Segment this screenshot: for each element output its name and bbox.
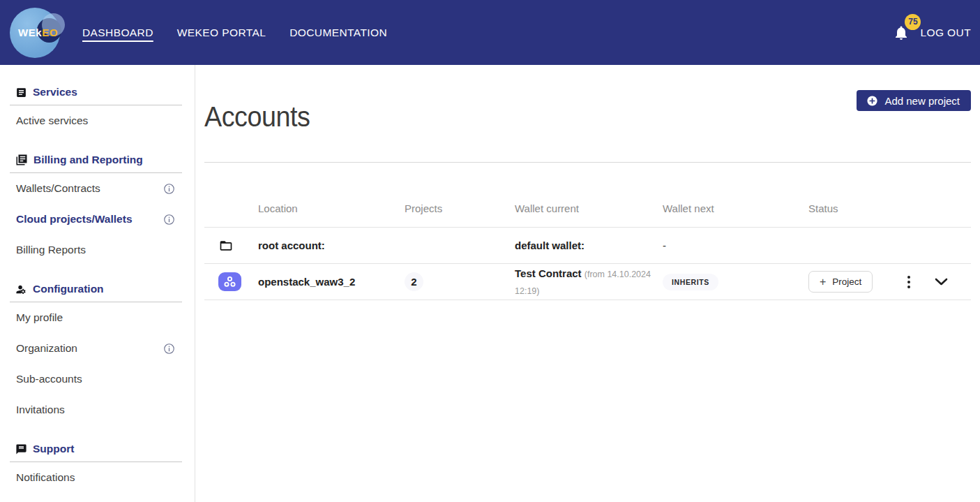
logo-wordmark: WEkEO	[18, 26, 58, 38]
section-title: Services	[33, 86, 77, 98]
table-row-openstack-waw3-2[interactable]: openstack_waw3_2 2 Test Contract (from 1…	[204, 264, 971, 300]
page-header: Accounts Add new project	[204, 82, 971, 153]
page-title: Accounts	[204, 101, 310, 133]
cell-location: openstack_waw3_2	[258, 276, 405, 288]
sidebar-section-configuration: Configuration My profile Organization Su…	[0, 283, 195, 425]
col-header-wallet-next: Wallet next	[663, 202, 806, 214]
inherits-badge: INHERITS	[663, 274, 718, 290]
chat-icon	[15, 443, 27, 455]
sidebar-item-invitations[interactable]: Invitations	[0, 394, 195, 425]
header-spacer	[204, 202, 258, 214]
cell-wallet-current: Test Contract (from 14.10.2024 12:19)	[515, 265, 663, 298]
row-menu-kebab-icon[interactable]	[905, 273, 913, 291]
configuration-section-header: Configuration	[0, 283, 195, 295]
col-header-wallet-current: Wallet current	[515, 202, 663, 214]
notifications-bell-button[interactable]: 75	[893, 24, 910, 42]
sidebar-item-notifications[interactable]: Notifications	[0, 462, 195, 493]
wekeo-logo[interactable]: WEkEO	[10, 8, 60, 58]
support-section-header: Support	[0, 443, 195, 455]
add-new-project-button[interactable]: Add new project	[857, 90, 971, 111]
cell-status: + Project	[806, 271, 903, 293]
sidebar-item-sub-accounts[interactable]: Sub-accounts	[0, 364, 195, 394]
primary-nav: DASHBOARD WEKEO PORTAL DOCUMENTATION	[82, 27, 387, 39]
services-section-header: Services	[0, 86, 195, 98]
accounts-table: Location Projects Wallet current Wallet …	[204, 202, 971, 300]
info-icon[interactable]	[163, 183, 175, 195]
sidebar-item-active-services[interactable]: Active services	[0, 105, 195, 136]
sidebar-section-services: Services Active services	[0, 86, 195, 136]
sidebar: Services Active services Billing and Rep…	[0, 65, 195, 502]
sidebar-item-wallets-contracts[interactable]: Wallets/Contracts	[0, 173, 195, 204]
cell-projects: 2	[405, 272, 515, 291]
info-icon[interactable]	[163, 343, 175, 355]
sidebar-section-support: Support Notifications	[0, 443, 195, 493]
main-content: Accounts Add new project Location Projec…	[195, 65, 980, 502]
plus-circle-icon	[866, 95, 878, 107]
projects-count-badge: 2	[405, 272, 423, 291]
nav-documentation[interactable]: DOCUMENTATION	[289, 27, 387, 39]
col-header-location: Location	[258, 202, 405, 214]
notifications-count-badge: 75	[905, 14, 921, 30]
cell-actions	[903, 273, 971, 291]
wallet-contract-name: Test Contract	[515, 267, 582, 279]
col-header-actions	[903, 202, 971, 214]
cloud-project-icon	[218, 272, 241, 291]
cell-location: root account:	[258, 239, 405, 251]
nav-wekeo-portal[interactable]: WEKEO PORTAL	[177, 27, 266, 39]
billing-section-header: Billing and Reporting	[0, 154, 195, 166]
topbar-right-group: 75 LOG OUT	[893, 24, 971, 42]
section-title: Support	[33, 443, 74, 455]
col-header-projects: Projects	[405, 202, 515, 214]
sidebar-item-cloud-projects-wallets[interactable]: Cloud projects/Wallets	[0, 204, 195, 235]
sidebar-item-billing-reports[interactable]: Billing Reports	[0, 235, 195, 265]
cell-wallet-next: INHERITS	[663, 274, 806, 290]
sidebar-item-organization[interactable]: Organization	[0, 333, 195, 364]
header-divider	[204, 162, 971, 163]
col-header-status: Status	[806, 202, 903, 214]
section-title: Billing and Reporting	[33, 154, 143, 166]
cell-wallet-current: default wallet:	[515, 239, 663, 251]
plus-icon: +	[820, 276, 826, 288]
accounts-table-header: Location Projects Wallet current Wallet …	[204, 202, 971, 228]
nav-dashboard[interactable]: DASHBOARD	[82, 27, 153, 39]
sidebar-item-my-profile[interactable]: My profile	[0, 302, 195, 333]
info-icon[interactable]	[163, 214, 175, 226]
add-new-project-label: Add new project	[884, 95, 960, 107]
row-expand-chevron-down-icon[interactable]	[935, 278, 948, 286]
top-navigation-bar: WEkEO DASHBOARD WEKEO PORTAL DOCUMENTATI…	[0, 0, 980, 65]
folder-icon	[218, 239, 234, 253]
manage-accounts-icon	[15, 283, 27, 295]
section-title: Configuration	[33, 283, 104, 295]
table-row-root-account[interactable]: root account: default wallet: -	[204, 228, 971, 264]
add-project-label: Project	[832, 276, 861, 287]
add-project-button[interactable]: + Project	[808, 271, 873, 293]
sidebar-section-billing: Billing and Reporting Wallets/Contracts …	[0, 154, 195, 265]
article-icon	[15, 87, 27, 98]
library-books-icon	[15, 154, 28, 166]
cell-wallet-next: -	[663, 239, 806, 251]
logout-button[interactable]: LOG OUT	[920, 27, 971, 39]
